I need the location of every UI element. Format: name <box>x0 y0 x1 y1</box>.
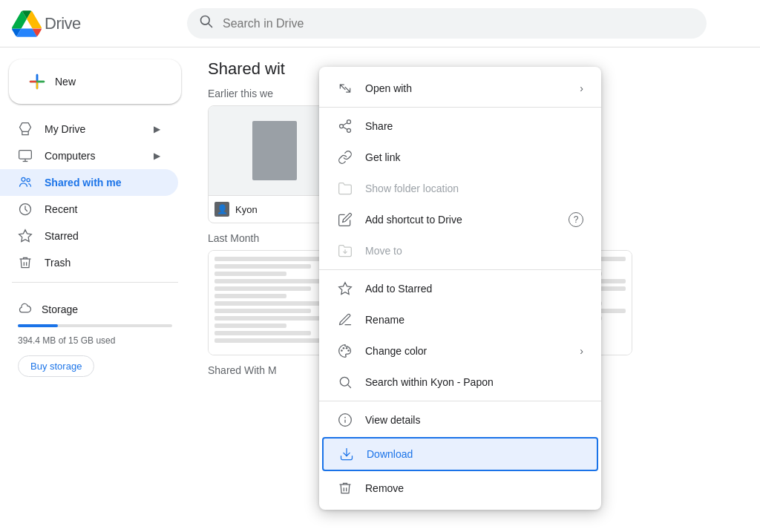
header: Drive <box>0 0 760 47</box>
search-input[interactable] <box>223 17 695 30</box>
svg-point-21 <box>343 347 345 349</box>
svg-point-22 <box>346 347 348 349</box>
sidebar-item-starred[interactable]: Starred <box>0 223 178 249</box>
menu-item-change-color-label: Change color <box>365 345 568 357</box>
recent-icon <box>18 202 33 217</box>
svg-point-9 <box>22 177 25 181</box>
doc-line <box>214 286 311 291</box>
new-plus-icon <box>27 71 48 92</box>
menu-item-remove[interactable]: Remove <box>319 473 601 504</box>
menu-item-open-with-label: Open with <box>365 82 568 94</box>
menu-item-view-details[interactable]: View details <box>319 404 601 436</box>
doc-line <box>214 338 335 343</box>
search-within-icon <box>337 374 353 390</box>
menu-item-share[interactable]: Share <box>319 111 601 142</box>
show-folder-icon <box>337 180 353 197</box>
menu-item-share-label: Share <box>365 120 583 132</box>
menu-item-remove-label: Remove <box>365 482 583 494</box>
doc-line <box>214 324 286 328</box>
menu-item-change-color[interactable]: Change color › <box>319 335 601 367</box>
shortcut-icon <box>337 211 353 228</box>
svg-point-23 <box>347 349 350 352</box>
menu-item-rename-label: Rename <box>365 314 583 326</box>
link-icon <box>337 149 353 165</box>
menu-divider-3 <box>319 401 601 401</box>
star-icon <box>337 280 353 297</box>
menu-item-add-starred[interactable]: Add to Starred <box>319 273 601 304</box>
rename-icon <box>337 312 353 328</box>
menu-item-rename[interactable]: Rename <box>319 304 601 335</box>
folder-icon: 👤 <box>214 202 229 217</box>
svg-line-16 <box>343 127 347 129</box>
menu-item-move-to: Move to <box>319 235 601 266</box>
svg-marker-19 <box>339 283 352 295</box>
menu-item-add-shortcut-label: Add shortcut to Drive <box>365 214 557 226</box>
help-icon[interactable]: ? <box>569 212 583 227</box>
sidebar: New My Drive ▶ Computers ▶ Shared with m… <box>0 47 190 532</box>
sidebar-item-trash[interactable]: Trash <box>0 249 178 276</box>
menu-item-download-label: Download <box>367 448 582 460</box>
svg-point-13 <box>347 120 351 124</box>
sidebar-item-shared-with-me[interactable]: Shared with me <box>0 169 178 196</box>
svg-point-10 <box>27 179 30 182</box>
palette-icon <box>337 343 353 359</box>
sidebar-item-starred-label: Starred <box>45 230 79 242</box>
menu-item-open-with[interactable]: Open with › <box>319 73 601 104</box>
menu-item-get-link[interactable]: Get link <box>319 142 601 173</box>
sidebar-item-computers-label: Computers <box>45 150 95 162</box>
doc-line <box>214 272 286 276</box>
change-color-arrow-icon: › <box>580 345 583 357</box>
menu-item-move-to-label: Move to <box>365 245 583 257</box>
svg-rect-6 <box>19 151 32 160</box>
sidebar-item-my-drive[interactable]: My Drive ▶ <box>0 116 178 142</box>
search-bar[interactable] <box>187 8 707 39</box>
menu-item-get-link-label: Get link <box>365 151 583 163</box>
shared-with-me-icon <box>18 175 33 190</box>
sidebar-divider <box>12 282 178 283</box>
file-name: Kyon <box>235 204 258 215</box>
menu-item-search-within[interactable]: Search within Kyon - Papon <box>319 367 601 398</box>
menu-item-download[interactable]: Download <box>322 437 598 471</box>
logo-area: Drive <box>12 9 175 39</box>
svg-point-14 <box>340 125 344 128</box>
doc-line <box>214 309 311 313</box>
context-menu: Open with › Share Get link Show folder l… <box>319 67 601 510</box>
new-button[interactable]: New <box>9 59 181 104</box>
doc-line <box>214 294 286 298</box>
expand-icon: ▶ <box>154 124 160 134</box>
menu-item-add-shortcut[interactable]: Add shortcut to Drive ? <box>319 204 601 235</box>
doc-line <box>214 257 335 261</box>
doc-line <box>214 331 311 335</box>
menu-item-show-folder-label: Show folder location <box>365 183 583 194</box>
share-icon <box>337 118 353 134</box>
info-icon <box>337 412 353 428</box>
menu-divider-1 <box>319 107 601 108</box>
doc-line <box>214 279 335 283</box>
menu-item-add-starred-label: Add to Starred <box>365 283 583 295</box>
doc-line <box>214 316 335 321</box>
menu-divider-2 <box>319 269 601 270</box>
doc-line <box>214 264 311 269</box>
expand-icon-computers: ▶ <box>154 151 160 161</box>
sidebar-item-recent[interactable]: Recent <box>0 196 178 223</box>
svg-point-24 <box>340 377 349 386</box>
menu-item-view-details-label: View details <box>365 414 583 426</box>
file-thumbnail-placeholder <box>252 121 297 180</box>
new-button-label: New <box>55 76 76 88</box>
search-icon <box>199 14 214 33</box>
trash-icon <box>18 255 33 270</box>
download-icon <box>338 446 355 462</box>
starred-icon <box>18 229 33 243</box>
logo-text: Drive <box>45 14 81 33</box>
computers-icon <box>18 148 33 163</box>
storage-icon <box>18 301 33 318</box>
menu-item-show-folder: Show folder location <box>319 173 601 204</box>
svg-line-25 <box>348 385 351 388</box>
sidebar-item-computers[interactable]: Computers ▶ <box>0 142 178 169</box>
sidebar-item-shared-with-me-label: Shared with me <box>45 177 121 188</box>
buy-storage-button[interactable]: Buy storage <box>18 355 94 377</box>
storage-section: Storage 394.4 MB of 15 GB used Buy stora… <box>0 289 190 389</box>
svg-line-17 <box>343 122 347 125</box>
storage-label: Storage <box>42 303 78 315</box>
move-icon <box>337 243 353 259</box>
